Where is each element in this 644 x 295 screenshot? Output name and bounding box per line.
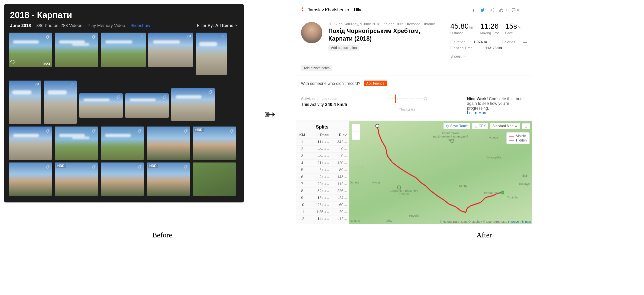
add-notes-button[interactable]: Add private notes [301,65,332,71]
map-view[interactable]: + − Save Route GPX Standard Map Visible … [349,121,532,224]
photo-thumb[interactable]: HDR [55,162,98,196]
video-thumb[interactable]: 0:23 [9,33,52,67]
svg-point-24 [397,186,401,189]
route-value: 240.4 km/h [325,102,347,107]
svg-point-20 [493,8,493,9]
svg-point-8 [165,97,165,97]
avatar[interactable] [301,22,322,43]
photo-thumb[interactable] [55,33,98,67]
filter-dropdown[interactable]: Filter By: All Items [197,23,238,28]
chevron-down-icon [235,23,238,28]
photo-thumb[interactable]: HDR [193,127,236,160]
header-user: Jaroslav Khorishenko – Hike [308,7,363,12]
learn-more-link[interactable]: Learn More [467,111,487,115]
split-row[interactable]: 1214s /km-12 m [296,215,349,222]
tag-icon [45,164,51,170]
hdr-badge: HDR [56,164,66,168]
favorite-icon[interactable] [10,59,15,66]
svg-point-10 [48,130,49,131]
tag-icon [69,82,75,88]
photo-thumb[interactable] [125,93,169,118]
split-row[interactable]: 3--:-- /km0 m [296,152,349,159]
route-progress: Activities on this route This Activity 2… [296,91,532,121]
photo-thumb[interactable] [101,127,144,160]
split-row[interactable]: 421s /km120 m [296,159,349,166]
hdr-badge: HDR [194,128,204,132]
improve-map-link[interactable]: Improve this map [508,220,531,223]
split-row[interactable]: 62s /km143 m [296,173,349,180]
split-row[interactable]: 720s /km112 m [296,180,349,187]
hdr-badge: HDR [148,164,158,168]
svg-point-21 [493,11,493,11]
filter-value: All Items [215,23,233,28]
svg-point-7 [119,97,119,97]
tag-icon [137,164,143,170]
svg-point-12 [140,130,141,131]
facebook-icon[interactable] [471,8,476,12]
photo-thumb[interactable] [147,127,190,160]
svg-point-22 [376,124,379,128]
split-row[interactable]: 111:25 /km29 m [296,208,349,215]
photo-thumb[interactable] [101,162,144,196]
strava-app: Jaroslav Khorishenko – Hike 0 0 20:32 on… [296,4,532,224]
route-header: Activities on this route [301,97,347,101]
arrow-icon: ➳ [264,106,276,122]
add-description-button[interactable]: Add a description [328,45,359,51]
photo-thumb[interactable] [44,81,77,124]
tag-icon [219,34,225,40]
split-row[interactable]: 58s /km89 m [296,166,349,173]
pace-value: 15s [505,22,517,30]
photo-grid: 0:23 HDR HDR HDR [9,33,239,196]
svg-point-3 [189,36,190,37]
activity-timestamp: 20:32 on Saturday, 9 June 2018 · Zelene … [328,22,444,26]
split-row[interactable]: 111s /km342 m [296,139,349,146]
comments-button[interactable]: 0 [511,8,519,12]
photo-thumb[interactable]: HDR [147,162,190,196]
moving-time-value: 11:26 [480,22,499,30]
tag-icon [115,95,121,101]
photo-thumb[interactable] [101,33,146,67]
activity-title: Похід Чорногірським Хребтом, Карпати (20… [328,27,444,42]
photo-thumb[interactable] [79,93,123,118]
tag-icon [45,128,51,134]
nice-work-text: Nice Work! Complete this route again to … [467,97,527,115]
friends-text: With someone who didn't record? [301,81,360,86]
filter-label: Filter By: [197,23,214,28]
photo-thumb[interactable] [148,33,193,67]
svg-point-9 [211,91,211,92]
photo-thumb[interactable] [193,162,236,196]
photo-thumb[interactable] [171,88,215,121]
split-row[interactable]: 916s /km-24 m [296,194,349,201]
collapse-icon[interactable] [524,8,528,12]
photo-thumb[interactable] [55,127,98,160]
share-icon[interactable] [490,8,494,12]
after-caption: After [476,231,492,239]
kudos-button[interactable]: 0 [499,8,507,12]
tag-icon [207,89,213,95]
slideshow-link[interactable]: Slideshow [130,23,150,28]
tag-icon [183,164,189,170]
tag-icon [34,82,40,88]
strava-logo-icon [300,7,305,13]
add-friends-button[interactable]: Add Friends [364,81,387,86]
tag-icon [183,128,189,134]
split-row[interactable]: 832s /km226 m [296,187,349,194]
photo-thumb[interactable] [9,127,52,160]
activity-summary: 20:32 on Saturday, 9 June 2018 · Zelene … [296,16,532,61]
tag-icon [91,34,97,40]
svg-point-19 [490,9,491,10]
play-memory-link[interactable]: Play Memory Video [88,23,125,28]
svg-point-13 [186,130,187,131]
split-row[interactable]: 1028s /km60 m [296,201,349,208]
photo-thumb[interactable] [196,33,227,75]
map-attribution: © Natural Earth Data © Mapbox © OpenStre… [440,220,531,223]
album-title: 2018 - Карпати [10,10,238,20]
split-row[interactable]: 2--:-- /km0 m [296,146,349,152]
twitter-icon[interactable] [480,8,485,12]
svg-point-16 [94,166,95,166]
photo-thumb[interactable] [9,81,41,124]
photo-thumb[interactable] [9,162,52,196]
svg-point-23 [501,191,504,194]
svg-point-4 [223,36,223,37]
video-duration: 0:23 [43,62,50,66]
